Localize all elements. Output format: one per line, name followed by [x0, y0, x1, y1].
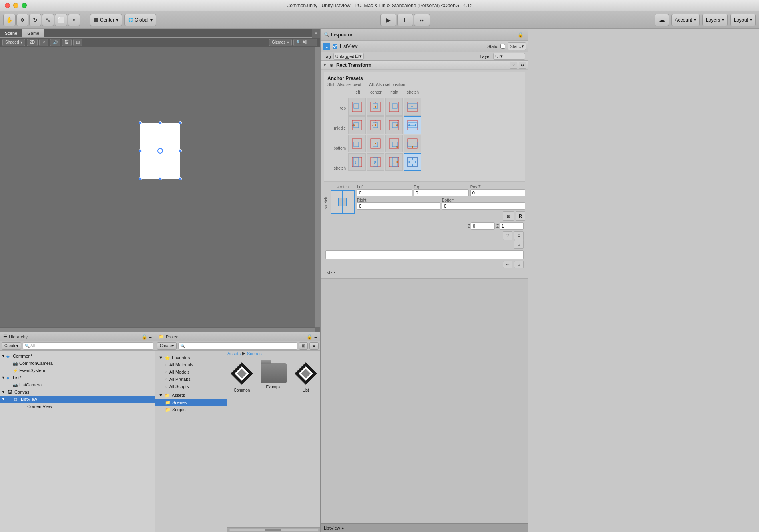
rect-transform-gear-button[interactable]: ⚙: [519, 62, 526, 69]
project-horizontal-scrollbar[interactable]: [227, 527, 320, 532]
account-dropdown[interactable]: Account ▾: [671, 14, 700, 26]
inspector-lock-button[interactable]: 🔒: [518, 32, 524, 38]
audio-button[interactable]: 🔊: [50, 39, 60, 46]
maximize-button[interactable]: [22, 3, 27, 8]
anchor-stretch-left[interactable]: ↕: [348, 153, 366, 171]
list-view-rect[interactable]: [140, 123, 180, 179]
center-dropdown[interactable]: ⬛ Center ▾: [90, 14, 122, 26]
hierarchy-lock-icon[interactable]: 🔒: [141, 334, 147, 340]
hand-tool-button[interactable]: ✋: [3, 14, 16, 26]
selected-game-object[interactable]: [140, 154, 180, 210]
scene-tab[interactable]: Scene: [0, 29, 22, 37]
transform-gizmo-button[interactable]: ✦: [68, 14, 80, 26]
handle-mr[interactable]: [179, 149, 182, 152]
play-button[interactable]: ▶: [380, 14, 396, 26]
gizmos-dropdown[interactable]: Gizmos ▾: [269, 39, 292, 46]
project-create-button[interactable]: Create ▾: [157, 342, 177, 350]
scale-tool-button[interactable]: ⤡: [42, 14, 54, 26]
material-preview-bar[interactable]: [325, 250, 524, 259]
favorites-folder[interactable]: ▼ ⭐ Favorites: [155, 354, 227, 361]
anchor-top-stretch[interactable]: ↔: [404, 98, 421, 116]
anchor-middle-center[interactable]: [367, 116, 384, 134]
anchor-bottom-stretch[interactable]: [404, 135, 421, 152]
cloud-button[interactable]: ☁: [655, 14, 669, 26]
anchor-top-right[interactable]: [385, 98, 403, 116]
step-button[interactable]: ⏭: [414, 14, 430, 26]
anchor-stretch-center[interactable]: ↕: [367, 153, 384, 171]
rt-posz-input[interactable]: [470, 189, 525, 196]
hierarchy-item-list[interactable]: ▼ ◆ List*: [0, 374, 155, 381]
anchor-top-left[interactable]: [348, 98, 366, 116]
minimize-button[interactable]: [13, 3, 18, 8]
image-effects-button[interactable]: 🖼: [62, 39, 72, 46]
rect-tool-button[interactable]: ⬜: [55, 14, 67, 26]
anchor-stretch-right[interactable]: ↕: [385, 153, 403, 171]
scene-horizontal-scrollbar[interactable]: [0, 327, 315, 332]
breadcrumb-scenes[interactable]: Scenes: [247, 351, 262, 356]
static-dropdown[interactable]: Static ▾: [508, 42, 526, 50]
handle-ml[interactable]: [139, 149, 142, 152]
move-tool-button[interactable]: ✥: [16, 14, 28, 26]
hierarchy-item-canvas[interactable]: ▼ 🖼 Canvas: [0, 388, 155, 396]
hierarchy-create-button[interactable]: Create ▾: [2, 342, 21, 350]
anchor-bottom-left[interactable]: [348, 135, 366, 152]
handle-br[interactable]: [179, 177, 182, 180]
rect-transform-info-button[interactable]: ?: [510, 62, 517, 69]
layer-dropdown[interactable]: UI ▾: [493, 53, 525, 60]
all-materials-item[interactable]: ○ All Materials: [155, 361, 227, 368]
breadcrumb-assets[interactable]: Assets: [227, 351, 241, 356]
rt-top-input[interactable]: [414, 189, 468, 196]
anchor-bottom-center[interactable]: [367, 135, 384, 152]
circle2-button[interactable]: ○: [514, 261, 524, 268]
handle-tr[interactable]: [179, 121, 182, 124]
rt-right-input[interactable]: [357, 202, 440, 210]
project-lock-icon[interactable]: 🔒: [307, 334, 313, 340]
anchor-middle-stretch[interactable]: [404, 116, 421, 134]
tag-dropdown[interactable]: Untagged ⊞ ▾: [333, 53, 364, 60]
project-search[interactable]: 🔍: [178, 342, 297, 350]
anchor-stretch-stretch[interactable]: [404, 153, 421, 171]
anchor-widget[interactable]: [331, 190, 355, 214]
rt-blueprint-button[interactable]: ⊞: [503, 211, 514, 221]
handle-tl[interactable]: [139, 121, 142, 124]
all-models-item[interactable]: ○ All Models: [155, 368, 227, 376]
anchor-middle-right[interactable]: [385, 116, 403, 134]
rect-transform-section-header[interactable]: ▼ ⊕ Rect Transform ? ⚙: [321, 61, 528, 70]
pause-button[interactable]: ⏸: [397, 14, 413, 26]
anchor-middle-left[interactable]: [348, 116, 366, 134]
rt-bottom-input[interactable]: [442, 202, 525, 210]
hierarchy-item-common[interactable]: ▼ ◆ Common*: [0, 352, 155, 360]
rotate-tool-button[interactable]: ↻: [29, 14, 41, 26]
handle-bl[interactable]: [139, 177, 142, 180]
global-dropdown[interactable]: 🌐 Global ▾: [124, 14, 156, 26]
assets-folder[interactable]: ▼ 📁 Assets: [155, 392, 227, 399]
handle-tc[interactable]: [159, 121, 162, 124]
layers-dropdown[interactable]: Layers ▾: [702, 14, 728, 26]
game-tab[interactable]: Game: [22, 29, 44, 37]
all-prefabs-item[interactable]: ○ All Prefabs: [155, 376, 227, 383]
scene-search[interactable]: 🔍 All: [293, 39, 317, 46]
eyedropper-button[interactable]: ✏: [503, 261, 512, 268]
hierarchy-item-common-camera[interactable]: 📷 CommonCamera: [0, 360, 155, 367]
project-menu-icon[interactable]: =: [314, 334, 317, 340]
layout-dropdown[interactable]: Layout ▾: [730, 14, 756, 26]
asset-example[interactable]: Example: [259, 359, 288, 394]
hierarchy-menu-icon[interactable]: =: [149, 334, 152, 340]
z-0-input[interactable]: [471, 222, 495, 230]
settings-button[interactable]: ⚙: [514, 231, 524, 240]
rt-left-input[interactable]: [357, 189, 412, 196]
project-bookmark-button[interactable]: ★: [309, 342, 319, 350]
rt-reset-button[interactable]: R: [516, 211, 525, 221]
shading-dropdown[interactable]: Shaded ▾: [2, 39, 25, 46]
handle-bc[interactable]: [159, 177, 162, 180]
all-scripts-item[interactable]: ○ All Scripts: [155, 383, 227, 390]
hierarchy-item-listview[interactable]: ▼ □ ListView: [0, 396, 155, 403]
scene-vertical-scrollbar[interactable]: [315, 47, 320, 327]
scene-layer-button[interactable]: ▤: [73, 39, 82, 46]
static-checkbox[interactable]: [500, 44, 505, 49]
scene-panel-menu[interactable]: ≡: [312, 29, 320, 38]
project-filter-button[interactable]: ⊞: [299, 342, 308, 350]
hierarchy-search[interactable]: 🔍 All: [23, 342, 153, 350]
component-active-checkbox[interactable]: [333, 44, 337, 49]
2d-button[interactable]: 2D: [27, 39, 38, 46]
